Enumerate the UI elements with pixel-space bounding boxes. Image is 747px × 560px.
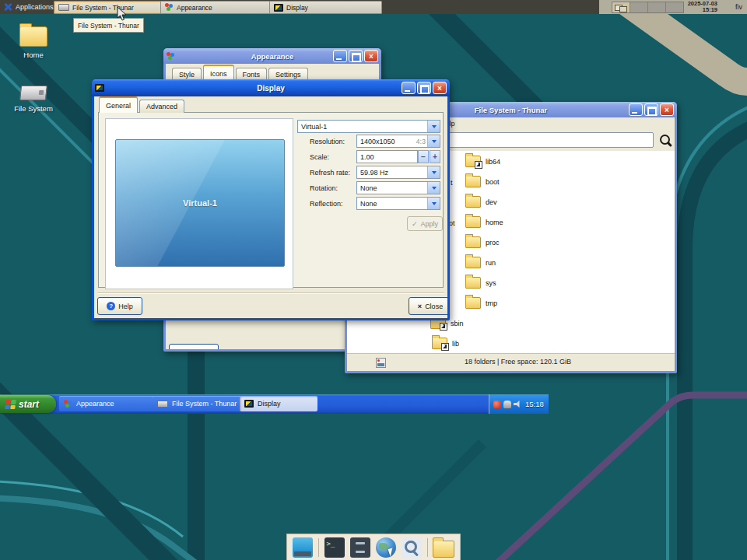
search-icon[interactable] [659, 134, 672, 147]
panel-window-button-thunar[interactable]: File System - Thunar [54, 1, 167, 14]
reflection-label: Reflection: [310, 200, 343, 208]
thunar-app-icon [157, 401, 168, 408]
task-button-appearance[interactable]: Appearance [59, 396, 159, 411]
folder-item[interactable]: lib64 [465, 156, 500, 167]
help-icon: ? [107, 302, 115, 310]
rotation-label: Rotation: [310, 184, 338, 192]
folder-icon [19, 26, 47, 47]
dock-app-finder-icon[interactable] [402, 537, 422, 558]
statusbar-emblem-icon [376, 358, 386, 368]
tray-volume-icon[interactable] [514, 401, 521, 408]
workspace-1[interactable] [612, 2, 630, 12]
scale-decrease-button[interactable]: − [418, 150, 429, 163]
system-tray: 15:18 [489, 394, 549, 414]
help-icon: ? [181, 349, 189, 350]
folder-icon [465, 297, 481, 309]
maximize-button[interactable] [417, 82, 431, 94]
folder-icon [465, 257, 481, 268]
task-button-display[interactable]: Display [240, 396, 317, 411]
close-x-icon: × [418, 303, 422, 310]
tooltip: File System - Thunar [73, 18, 144, 33]
display-body: General Advanced Virtual-1 Virtual-1 Res… [94, 96, 447, 318]
chevron-down-icon[interactable] [427, 198, 440, 209]
folder-item[interactable]: lib [432, 338, 459, 349]
dock-folder-icon[interactable] [433, 541, 454, 558]
folder-icon [465, 277, 481, 289]
symlink-emblem-icon [441, 343, 449, 351]
tab-general[interactable]: General [99, 96, 138, 113]
workspace-4[interactable] [666, 2, 683, 12]
monitor-preview[interactable]: Virtual-1 [115, 139, 285, 267]
folder-item[interactable]: boot [465, 176, 500, 187]
folder-item[interactable]: dev [465, 196, 497, 208]
chevron-down-icon[interactable] [427, 121, 440, 132]
chevron-down-icon[interactable] [427, 166, 440, 178]
display-titlebar[interactable]: Display × [92, 79, 450, 96]
panel-clock: 2025-07-03 15:19 [688, 1, 717, 13]
maximize-button[interactable] [349, 50, 363, 62]
dock-desktop-icon[interactable] [293, 537, 313, 558]
dock-browser-icon[interactable] [376, 537, 396, 558]
display-window: Display × General Advanced Virtual-1 Vir… [92, 79, 450, 320]
windows-flag-icon [5, 400, 16, 409]
monitor-preview-label: Virtual-1 [183, 198, 217, 208]
scale-label: Scale: [310, 153, 329, 161]
refresh-rate-select[interactable]: 59.98 Hz [356, 166, 440, 179]
display-app-icon [274, 4, 283, 12]
applications-menu-button[interactable]: Applications [0, 2, 57, 12]
chevron-down-icon[interactable] [427, 182, 440, 194]
folder-icon [465, 176, 481, 187]
panel-user-label: fiv [735, 3, 742, 11]
desktop-icon-home[interactable]: Home [8, 26, 59, 59]
taskbar-clock: 15:18 [525, 400, 544, 408]
symlink-emblem-icon [475, 161, 482, 169]
reflection-select[interactable]: None [356, 197, 440, 210]
panel-window-button-appearance[interactable]: Appearance [160, 1, 275, 14]
dock-file-manager-icon[interactable] [350, 537, 370, 558]
minimize-button[interactable] [629, 103, 643, 116]
close-button[interactable]: × [364, 50, 378, 62]
folder-item[interactable]: run [465, 257, 496, 268]
help-button[interactable]: ? Help [97, 297, 142, 315]
tab-icons[interactable]: Icons [203, 65, 234, 81]
folder-item[interactable]: home [465, 216, 503, 228]
workspace-2[interactable] [630, 2, 648, 12]
window-title: Display [92, 84, 450, 93]
monitor-preview-panel: Virtual-1 [105, 118, 293, 289]
dock-separator [427, 538, 428, 557]
folder-item[interactable]: sys [465, 277, 496, 289]
appearance-titlebar[interactable]: Appearance × [163, 48, 381, 64]
workspace-3[interactable] [648, 2, 666, 12]
drive-icon [19, 86, 47, 100]
dock: >_ [286, 534, 461, 560]
tray-security-icon[interactable] [493, 401, 501, 408]
tray-mouse-icon[interactable] [503, 401, 511, 408]
desktop-icon-file-system[interactable]: File System [8, 86, 59, 113]
scale-input[interactable]: 1.00 [356, 150, 418, 163]
rotation-select[interactable]: None [356, 181, 440, 194]
close-button[interactable]: × [660, 103, 674, 116]
folder-item[interactable]: tmp [465, 297, 497, 309]
task-button-thunar[interactable]: File System - Thunar [153, 396, 246, 411]
resolution-select[interactable]: 1400x1050 4:3 [356, 135, 440, 148]
dock-terminal-icon[interactable]: >_ [324, 537, 345, 558]
help-button[interactable]: ? Help [169, 344, 219, 349]
close-button[interactable]: × [433, 82, 447, 94]
folder-item[interactable]: proc [465, 236, 500, 248]
scale-increase-button[interactable]: + [430, 150, 440, 163]
start-button[interactable]: start [0, 395, 56, 413]
panel-window-button-display[interactable]: Display [269, 1, 382, 14]
device-select[interactable]: Virtual-1 [297, 120, 440, 133]
apply-button[interactable]: ✓Apply [407, 216, 443, 231]
close-dialog-button[interactable]: × Close [409, 297, 447, 315]
minimize-button[interactable] [333, 50, 347, 62]
folder-icon [465, 196, 481, 208]
maximize-button[interactable] [644, 103, 658, 116]
folder-icon [465, 236, 481, 248]
xfce-logo-icon [3, 2, 12, 12]
minimize-button[interactable] [402, 82, 416, 94]
folder-icon [432, 338, 447, 349]
workspace-pager[interactable] [612, 2, 684, 13]
tab-advanced[interactable]: Advanced [139, 100, 184, 113]
chevron-down-icon[interactable] [427, 135, 440, 147]
